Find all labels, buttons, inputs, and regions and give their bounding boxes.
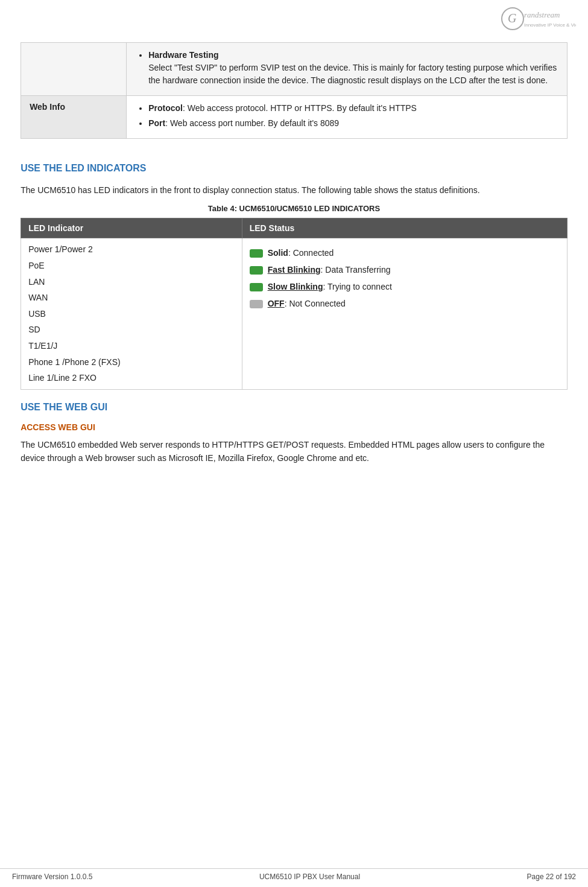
led-solid-row: Solid: Connected xyxy=(250,246,560,261)
hardware-testing-heading: Hardware Testing xyxy=(148,50,218,60)
web-info-label: Web Info xyxy=(21,96,127,139)
list-item: SD xyxy=(28,322,235,338)
logo-area: G randstream Innovative IP Voice & Video xyxy=(0,0,588,42)
list-item: Power 1/Power 2 xyxy=(28,241,235,258)
footer-manual: UCM6510 IP PBX User Manual xyxy=(259,873,360,881)
list-item: Line 1/Line 2 FXO xyxy=(28,370,235,386)
footer-page: Page 22 of 192 xyxy=(527,873,576,881)
hardware-testing-content: Hardware Testing Select "Test SVIP" to p… xyxy=(127,43,567,96)
led-dot-green-fast xyxy=(250,266,263,275)
feature-table: Hardware Testing Select "Test SVIP" to p… xyxy=(21,42,567,139)
led-dot-gray xyxy=(250,300,263,308)
svg-text:G: G xyxy=(508,11,517,25)
led-dot-green-solid xyxy=(250,249,263,258)
svg-text:randstream: randstream xyxy=(524,10,560,19)
web-gui-heading: USE THE WEB GUI xyxy=(21,402,567,413)
web-gui-section: USE THE WEB GUI ACCESS WEB GUI The UCM65… xyxy=(21,402,567,465)
list-item: Phone 1 /Phone 2 (FXS) xyxy=(28,354,235,370)
port-text: : Web access port number. By default it'… xyxy=(165,118,339,128)
footer: Firmware Version 1.0.0.5 UCM6510 IP PBX … xyxy=(0,868,588,881)
list-item: LAN xyxy=(28,274,235,290)
led-off-row: OFF: Not Connected xyxy=(250,297,560,311)
led-status-cell: Solid: Connected Fast Blinking: Data Tra… xyxy=(242,238,567,389)
list-item: PoE xyxy=(28,258,235,274)
port-bold: Port xyxy=(148,118,165,128)
logo-box: G randstream Innovative IP Voice & Video xyxy=(492,6,576,39)
hardware-testing-description: Select "Test SVIP" to perform SVIP test … xyxy=(148,63,557,85)
web-info-content: Protocol: Web access protocol. HTTP or H… xyxy=(127,96,567,139)
led-indicator-header: LED Indicator xyxy=(21,218,242,238)
led-heading: USE THE LED INDICATORS xyxy=(21,163,567,174)
led-table: LED Indicator LED Status Power 1/Power 2… xyxy=(21,218,567,389)
led-slow-blink-row: Slow Blinking: Trying to connect xyxy=(250,280,560,294)
led-fast-blink-row: Fast Blinking: Data Transferring xyxy=(250,263,560,278)
led-solid-text: Solid: Connected xyxy=(268,246,334,261)
web-info-port: Port: Web access port number. By default… xyxy=(148,117,558,130)
led-status-header: LED Status xyxy=(242,218,567,238)
table-caption: Table 4: UCM6510/UCM6510 LED INDICATORS xyxy=(21,204,567,213)
logo: G randstream Innovative IP Voice & Video xyxy=(492,5,576,40)
footer-firmware: Firmware Version 1.0.0.5 xyxy=(12,873,92,881)
led-intro: The UCM6510 has LED indicators in the fr… xyxy=(21,183,567,197)
list-item: WAN xyxy=(28,290,235,306)
led-fast-blink-text: Fast Blinking: Data Transferring xyxy=(268,263,391,278)
led-table-row: Power 1/Power 2 PoE LAN WAN USB SD T1/E1… xyxy=(21,238,567,389)
web-info-row: Web Info Protocol: Web access protocol. … xyxy=(21,96,567,139)
access-web-gui-text: The UCM6510 embedded Web server responds… xyxy=(21,438,567,465)
svg-text:Innovative IP Voice & Video: Innovative IP Voice & Video xyxy=(524,22,576,28)
protocol-bold: Protocol xyxy=(148,103,183,113)
led-dot-green-slow xyxy=(250,283,263,291)
led-table-header-row: LED Indicator LED Status xyxy=(21,218,567,238)
led-status-rows: Solid: Connected Fast Blinking: Data Tra… xyxy=(250,241,560,316)
led-indicators-cell: Power 1/Power 2 PoE LAN WAN USB SD T1/E1… xyxy=(21,238,242,389)
hardware-testing-item: Hardware Testing Select "Test SVIP" to p… xyxy=(148,49,558,87)
list-item: T1/E1/J xyxy=(28,338,235,354)
list-item: USB xyxy=(28,306,235,322)
led-indicator-list: Power 1/Power 2 PoE LAN WAN USB SD T1/E1… xyxy=(28,241,235,386)
hardware-testing-label xyxy=(21,43,127,96)
led-off-text: OFF: Not Connected xyxy=(268,297,346,311)
access-web-gui-heading: ACCESS WEB GUI xyxy=(21,422,567,432)
protocol-text: : Web access protocol. HTTP or HTTPS. By… xyxy=(183,103,417,113)
content-area: USE THE LED INDICATORS The UCM6510 has L… xyxy=(21,139,567,485)
web-info-protocol: Protocol: Web access protocol. HTTP or H… xyxy=(148,102,558,115)
hardware-testing-row: Hardware Testing Select "Test SVIP" to p… xyxy=(21,43,567,96)
led-slow-blink-text: Slow Blinking: Trying to connect xyxy=(268,280,392,294)
